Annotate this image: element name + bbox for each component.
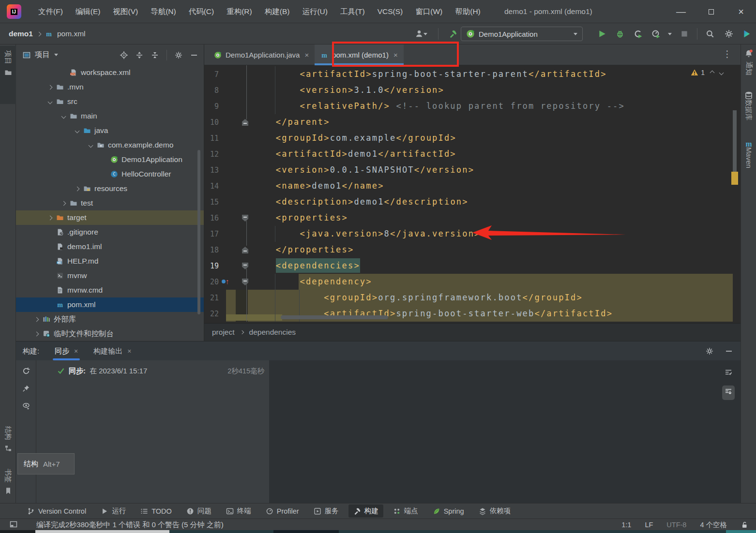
sidebar-item-project[interactable]: 项目	[0, 46, 16, 104]
menu-item[interactable]: 编辑(E)	[69, 0, 107, 23]
plugin-badge-button[interactable]	[739, 23, 755, 44]
tree-item[interactable]: Demo1Application	[16, 152, 204, 167]
code-line[interactable]: 17 <java.version>8</java.version>	[204, 226, 741, 242]
build-sync-status-row[interactable]: 同步: 在 2023/6/1 15:17 2秒415毫秒	[52, 364, 269, 378]
toolwindow-button[interactable]: 问题	[181, 504, 216, 518]
refresh-icon[interactable]	[22, 367, 30, 375]
fold-start-icon[interactable]	[242, 263, 248, 269]
code-line[interactable]: 18 </properties>	[204, 242, 741, 258]
code-line[interactable]: 22 <artifactId>spring-boot-starter-web</…	[204, 306, 741, 322]
breadcrumb-project[interactable]: demo1	[9, 30, 33, 38]
sidebar-item-structure[interactable]: 结构	[0, 422, 16, 459]
debug-button[interactable]	[612, 23, 628, 44]
minimize-icon[interactable]	[725, 347, 733, 355]
code-lines[interactable]: 7 <artifactId>spring-boot-starter-parent…	[204, 66, 741, 322]
editor-horizontal-scrollbar[interactable]	[281, 315, 388, 319]
scrollbar-warning-marker[interactable]	[731, 172, 738, 185]
project-tree-scrollbar[interactable]	[197, 150, 200, 314]
tree-item[interactable]: mpom.xml	[16, 297, 204, 312]
toolwindow-button[interactable]: 服务	[309, 504, 344, 518]
menu-item[interactable]: 视图(V)	[106, 0, 144, 23]
tree-item[interactable]: .gitignore	[16, 225, 204, 239]
toolwindow-button[interactable]: Spring	[428, 505, 469, 517]
menu-item[interactable]: 构建(B)	[258, 0, 296, 23]
tree-item[interactable]: CHelloController	[16, 167, 204, 181]
profiler-button[interactable]	[648, 23, 664, 44]
tree-item[interactable]: 临时文件和控制台	[16, 326, 204, 341]
menu-item[interactable]: VCS(S)	[371, 0, 409, 23]
pin-icon[interactable]	[22, 385, 30, 392]
fold-end-icon[interactable]	[242, 247, 248, 253]
tree-item[interactable]: .mvn	[16, 80, 204, 94]
indent-setting[interactable]: 4 个空格	[700, 520, 727, 530]
minimize-button[interactable]: —	[666, 0, 696, 23]
code-line[interactable]: 15 <description>demo1</description>	[204, 194, 741, 210]
stop-button[interactable]	[677, 23, 692, 44]
build-tab[interactable]: 构建输出×	[86, 341, 139, 361]
breadcrumb-file[interactable]: pom.xml	[57, 30, 86, 38]
search-everywhere-button[interactable]	[702, 23, 718, 44]
breadcrumb-item[interactable]: project	[212, 328, 235, 337]
chevron-down-icon[interactable]	[75, 128, 79, 133]
menu-item[interactable]: 重构(R)	[220, 0, 258, 23]
toolwindow-button[interactable]: Version Control	[22, 505, 91, 517]
sidebar-item-notifications[interactable]: 通知	[741, 49, 756, 73]
close-icon[interactable]: ×	[127, 347, 131, 355]
code-line[interactable]: 11 <groupId>com.example</groupId>	[204, 130, 741, 146]
toolwindow-button[interactable]: 终端	[221, 504, 256, 518]
tree-item[interactable]: com.example.demo	[16, 138, 204, 152]
caret-position[interactable]: 1:1	[621, 521, 631, 529]
tree-item[interactable]: 外部库	[16, 312, 204, 326]
menu-item[interactable]: 导航(N)	[144, 0, 182, 23]
chevron-right-icon[interactable]	[61, 201, 66, 206]
code-line[interactable]: 10 </parent>	[204, 114, 741, 130]
menu-item[interactable]: 工具(T)	[334, 0, 371, 23]
expand-all-icon[interactable]	[136, 51, 143, 59]
fold-start-icon[interactable]	[242, 279, 248, 285]
code-line[interactable]: 7 <artifactId>spring-boot-starter-parent…	[204, 66, 741, 82]
close-button[interactable]: ×	[726, 0, 756, 23]
chevron-right-icon[interactable]	[47, 215, 52, 220]
run-coverage-button[interactable]	[630, 23, 646, 44]
restore-button[interactable]	[696, 0, 726, 23]
editor-tab[interactable]: Demo1Application.java×	[208, 44, 315, 65]
code-line[interactable]: 14 <name>demo1</name>	[204, 178, 741, 194]
code-editor[interactable]: 7 <artifactId>spring-boot-starter-parent…	[204, 65, 741, 323]
code-line[interactable]: 13 <version>0.0.1-SNAPSHOT</version>	[204, 162, 741, 178]
tree-item[interactable]: resources	[16, 181, 204, 196]
breadcrumb-item[interactable]: dependencies	[249, 328, 296, 337]
scroll-to-end-toggle[interactable]	[722, 385, 735, 400]
tree-item[interactable]: java	[16, 123, 204, 138]
tree-item[interactable]: target	[16, 210, 204, 225]
chevron-down-icon[interactable]	[47, 99, 52, 104]
tree-item[interactable]: demo1.iml	[16, 239, 204, 254]
project-view-title[interactable]: 项目	[35, 50, 50, 60]
toolwindow-button[interactable]: Profiler	[261, 505, 304, 517]
sidebar-item-bookmarks[interactable]: 书签	[0, 464, 16, 501]
chevron-right-icon[interactable]	[47, 85, 52, 89]
menu-item[interactable]: 代码(C)	[182, 0, 221, 23]
more-vertical-icon[interactable]: ⋮	[723, 48, 732, 59]
file-encoding[interactable]: UTF-8	[666, 521, 686, 529]
fold-start-icon[interactable]	[242, 215, 248, 222]
sidebar-item-maven[interactable]: m Maven	[741, 139, 756, 162]
menu-item[interactable]: 窗口(W)	[409, 0, 449, 23]
editor-scrollbar[interactable]	[733, 110, 737, 173]
chevron-right-icon[interactable]	[34, 317, 39, 322]
toolwindow-button[interactable]: 依赖项	[474, 504, 516, 518]
tree-item[interactable]: mvnw.cmd	[16, 283, 204, 297]
line-separator[interactable]: LF	[645, 521, 653, 529]
sidebar-item-database[interactable]: 数据库	[741, 91, 756, 115]
tree-item[interactable]: </>workspace.xml	[16, 65, 204, 80]
unlock-icon[interactable]	[741, 521, 748, 529]
code-line[interactable]: 21 <groupId>org.springframework.boot</gr…	[204, 290, 741, 306]
prev-warning-icon[interactable]	[710, 70, 715, 75]
inspections-widget[interactable]: 1	[691, 69, 723, 76]
close-icon[interactable]: ×	[74, 347, 78, 355]
toolwindow-button[interactable]: 运行	[96, 504, 131, 518]
settings-gear-icon[interactable]	[175, 51, 182, 59]
code-line[interactable]: ↑20 <dependency>	[204, 274, 741, 290]
close-icon[interactable]: ×	[304, 51, 309, 59]
code-line[interactable]: 9 <relativePath/> <!-- lookup parent fro…	[204, 98, 741, 114]
chevron-right-icon[interactable]	[75, 186, 79, 191]
